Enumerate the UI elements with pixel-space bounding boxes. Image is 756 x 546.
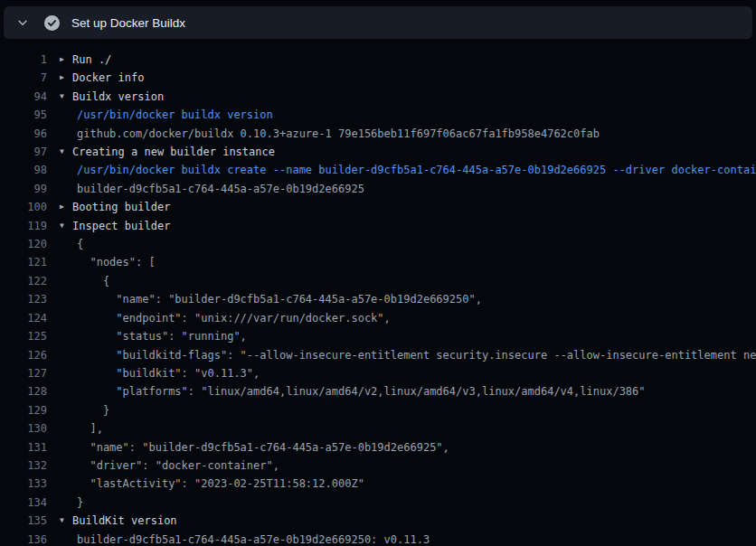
line-number[interactable]: 127 (0, 364, 47, 382)
output-text: } (77, 401, 109, 419)
group-title[interactable]: BuildKit version (72, 512, 177, 530)
line-number[interactable]: 120 (0, 235, 47, 253)
line-number[interactable]: 100 (0, 198, 47, 216)
group-collapsed-icon[interactable]: ▶ (60, 51, 64, 69)
log-line-row: 122 { (0, 272, 756, 290)
line-number[interactable]: 124 (0, 309, 47, 327)
chevron-down-icon[interactable] (11, 11, 34, 34)
group-title[interactable]: Docker info (72, 69, 144, 87)
line-number[interactable]: 99 (0, 180, 47, 198)
group-title[interactable]: Booting builder (72, 198, 170, 216)
step-title: Set up Docker Buildx (71, 16, 185, 30)
log-line-row: 126 "buildkitd-flags": "--allow-insecure… (0, 346, 756, 364)
line-number[interactable]: 136 (0, 531, 47, 546)
line-number[interactable]: 1 (0, 51, 47, 69)
log-group-row: 7▶Docker info (0, 69, 756, 87)
log-line-row: 133 "lastActivity": "2023-02-25T11:58:12… (0, 475, 756, 493)
line-number[interactable]: 96 (0, 125, 47, 143)
log-line-row: 124 "endpoint": "unix:///var/run/docker.… (0, 309, 756, 327)
line-number[interactable]: 132 (0, 457, 47, 475)
output-text: "nodes": [ (77, 253, 156, 271)
log-line-row: 136builder-d9cfb5a1-c764-445a-a57e-0b19d… (0, 531, 756, 546)
line-number[interactable]: 131 (0, 438, 47, 457)
output-text: "lastActivity": "2023-02-25T11:58:12.000… (77, 475, 364, 493)
log-group-row: 119▼Inspect builder (0, 217, 756, 235)
line-number[interactable]: 121 (0, 253, 47, 271)
group-expanded-icon[interactable]: ▼ (60, 143, 64, 161)
line-number[interactable]: 134 (0, 494, 47, 512)
output-text: "platforms": "linux/amd64,linux/amd64/v2… (77, 382, 646, 400)
log-group-row: 135▼BuildKit version (0, 512, 756, 530)
log-line-row: 130 ], (0, 419, 756, 438)
log-line-row: 123 "name": "builder-d9cfb5a1-c764-445a-… (0, 290, 756, 308)
line-number[interactable]: 133 (0, 475, 47, 493)
group-title[interactable]: Inspect builder (72, 217, 170, 235)
output-text: { (77, 272, 109, 290)
output-text: { (77, 235, 83, 253)
group-collapsed-icon[interactable]: ▶ (60, 69, 64, 87)
group-expanded-icon[interactable]: ▼ (60, 217, 64, 235)
command-text: /usr/bin/docker buildx version (77, 106, 273, 124)
line-number[interactable]: 128 (0, 382, 47, 400)
line-number[interactable]: 95 (0, 106, 47, 124)
line-number[interactable]: 122 (0, 272, 47, 290)
output-text: github.com/docker/buildx 0.10.3+azure-1 … (77, 125, 600, 143)
log-line-row: 96github.com/docker/buildx 0.10.3+azure-… (0, 125, 756, 143)
line-number[interactable]: 126 (0, 346, 47, 364)
log-group-row: 97▼Creating a new builder instance (0, 143, 756, 161)
line-number[interactable]: 129 (0, 401, 47, 419)
output-text: "name": "builder-d9cfb5a1-c764-445a-a57e… (77, 438, 449, 457)
group-title[interactable]: Creating a new builder instance (72, 143, 275, 161)
group-title[interactable]: Buildx version (72, 88, 164, 106)
line-number[interactable]: 130 (0, 419, 47, 438)
log-group-row: 100▶Booting builder (0, 198, 756, 216)
log-group-row: 94▼Buildx version (0, 88, 756, 106)
group-expanded-icon[interactable]: ▼ (60, 88, 64, 106)
log-line-row: 131 "name": "builder-d9cfb5a1-c764-445a-… (0, 438, 756, 457)
log-line-row: 129 } (0, 401, 756, 419)
output-text: builder-d9cfb5a1-c764-445a-a57e-0b19d2e6… (77, 531, 430, 546)
output-text: "driver": "docker-container", (77, 457, 279, 475)
line-number[interactable]: 135 (0, 512, 47, 530)
log-line-row: 99builder-d9cfb5a1-c764-445a-a57e-0b19d2… (0, 180, 756, 198)
line-number[interactable]: 94 (0, 88, 47, 106)
line-number[interactable]: 125 (0, 327, 47, 345)
step-header[interactable]: Set up Docker Buildx (4, 6, 752, 39)
group-collapsed-icon[interactable]: ▶ (60, 198, 64, 216)
command-text: /usr/bin/docker buildx create --name bui… (77, 161, 756, 179)
log-line-row: 95/usr/bin/docker buildx version (0, 106, 756, 124)
output-text: "status": "running", (77, 327, 247, 345)
group-title[interactable]: Run ./ (72, 51, 111, 69)
output-text: "buildkitd-flags": "--allow-insecure-ent… (77, 346, 756, 364)
check-circle-icon (44, 15, 60, 31)
output-text: "endpoint": "unix:///var/run/docker.sock… (77, 309, 391, 327)
output-text: ], (77, 419, 103, 438)
line-number[interactable]: 97 (0, 143, 47, 161)
log-line-row: 127 "buildkit": "v0.11.3", (0, 364, 756, 382)
group-expanded-icon[interactable]: ▼ (60, 512, 64, 530)
log-line-row: 121 "nodes": [ (0, 253, 756, 271)
output-text: } (77, 494, 83, 512)
log-line-row: 98/usr/bin/docker buildx create --name b… (0, 161, 756, 179)
log-group-row: 1▶Run ./ (0, 51, 756, 69)
log-line-row: 125 "status": "running", (0, 327, 756, 345)
line-number[interactable]: 123 (0, 290, 47, 308)
output-text: "name": "builder-d9cfb5a1-c764-445a-a57e… (77, 290, 482, 308)
output-text: "buildkit": "v0.11.3", (77, 364, 260, 382)
log-container: 1▶Run ./7▶Docker info94▼Buildx version95… (0, 51, 756, 546)
log-line-row: 120{ (0, 235, 756, 253)
line-number[interactable]: 7 (0, 69, 47, 87)
line-number[interactable]: 119 (0, 217, 47, 235)
output-text: builder-d9cfb5a1-c764-445a-a57e-0b19d2e6… (77, 180, 364, 198)
log-line-row: 132 "driver": "docker-container", (0, 457, 756, 475)
line-number[interactable]: 98 (0, 161, 47, 179)
log-line-row: 128 "platforms": "linux/amd64,linux/amd6… (0, 382, 756, 400)
log-line-row: 134} (0, 494, 756, 512)
